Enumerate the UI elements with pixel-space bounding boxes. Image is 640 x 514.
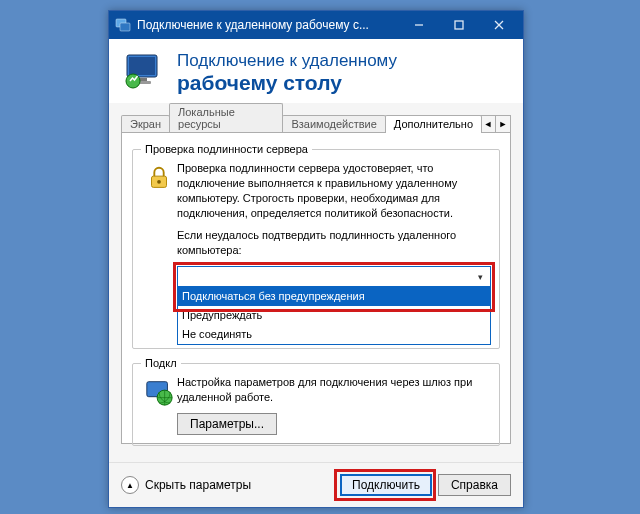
collapse-icon[interactable]: ▲ bbox=[121, 476, 139, 494]
maximize-button[interactable] bbox=[439, 11, 479, 39]
tab-screen[interactable]: Экран bbox=[121, 115, 170, 133]
chevron-down-icon: ▾ bbox=[472, 269, 488, 285]
tab-scroll-right[interactable]: ► bbox=[495, 115, 511, 133]
minimize-button[interactable] bbox=[399, 11, 439, 39]
group-server-auth-legend: Проверка подлинности сервера bbox=[141, 143, 312, 155]
dialog-body: Экран Локальные ресурсы Взаимодействие Д… bbox=[109, 103, 523, 462]
footer: ▲ Скрыть параметры Подключить Справка bbox=[109, 462, 523, 507]
lock-icon bbox=[144, 163, 174, 193]
tab-experience[interactable]: Взаимодействие bbox=[282, 115, 385, 133]
banner: Подключение к удаленному рабочему столу bbox=[109, 39, 523, 103]
auth-option-warn[interactable]: Предупреждать bbox=[178, 306, 490, 325]
help-button[interactable]: Справка bbox=[438, 474, 511, 496]
banner-text: Подключение к удаленному рабочему столу bbox=[177, 52, 397, 94]
svg-point-12 bbox=[157, 180, 161, 184]
group-connect-anywhere: Подкл Настройка параметров для подключе bbox=[132, 357, 500, 446]
globe-monitor-icon bbox=[144, 377, 174, 407]
tab-scroll-left[interactable]: ◄ bbox=[480, 115, 496, 133]
svg-rect-3 bbox=[455, 21, 463, 29]
auth-dropdown-list: Подключаться без предупреждения Предупре… bbox=[177, 286, 491, 345]
auth-option-no-connect[interactable]: Не соединять bbox=[178, 325, 490, 344]
tab-local-resources[interactable]: Локальные ресурсы bbox=[169, 103, 283, 133]
banner-line1: Подключение к удаленному bbox=[177, 52, 397, 71]
svg-rect-7 bbox=[129, 57, 155, 75]
app-icon bbox=[115, 17, 131, 33]
group-connect-legend: Подкл bbox=[141, 357, 181, 369]
svg-rect-1 bbox=[120, 23, 130, 31]
rdp-window: Подключение к удаленному рабочему с... П… bbox=[108, 10, 524, 508]
connect-button[interactable]: Подключить bbox=[340, 474, 432, 496]
auth-option-connect-no-warn[interactable]: Подключаться без предупреждения bbox=[178, 287, 490, 306]
tab-nav: ◄ ► bbox=[481, 115, 511, 133]
rdp-monitor-icon bbox=[123, 51, 167, 95]
toggle-options-label[interactable]: Скрыть параметры bbox=[145, 478, 251, 492]
banner-line2: рабочему столу bbox=[177, 71, 397, 94]
gateway-settings-button[interactable]: Параметры... bbox=[177, 413, 277, 435]
close-button[interactable] bbox=[479, 11, 519, 39]
tab-panel-advanced: Проверка подлинности сервера Проверка п bbox=[121, 132, 511, 444]
titlebar: Подключение к удаленному рабочему с... bbox=[109, 11, 523, 39]
auth-fail-dropdown[interactable]: ▾ bbox=[177, 266, 491, 288]
tab-row: Экран Локальные ресурсы Взаимодействие Д… bbox=[121, 111, 511, 133]
auth-dropdown-wrap: ▾ Подключаться без предупреждения Предуп… bbox=[177, 266, 491, 288]
tab-advanced[interactable]: Дополнительно bbox=[385, 115, 482, 133]
auth-description: Проверка подлинности сервера удостоверяе… bbox=[177, 161, 491, 220]
group-server-auth: Проверка подлинности сервера Проверка п bbox=[132, 143, 500, 349]
svg-point-10 bbox=[126, 74, 140, 88]
window-title: Подключение к удаленному рабочему с... bbox=[137, 18, 399, 32]
connect-anywhere-desc: Настройка параметров для подключения чер… bbox=[177, 375, 491, 405]
auth-prompt: Если неудалось подтвердить подлинность у… bbox=[177, 228, 491, 258]
